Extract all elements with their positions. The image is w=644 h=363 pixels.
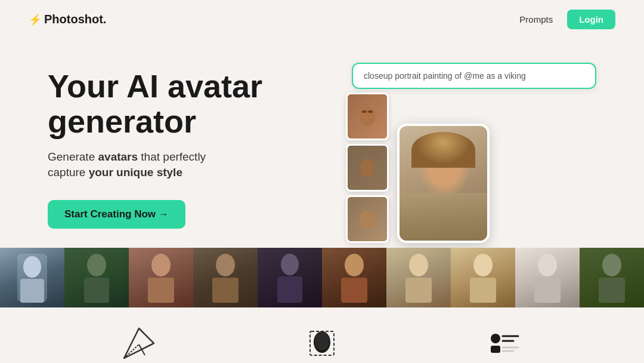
paper-plane-icon <box>115 325 163 361</box>
logo-text: Photoshot. <box>44 13 106 26</box>
hero-left: Your AI avatar generator Generate avatar… <box>48 63 322 229</box>
hero-right: closeup portrait painting of @me as a vi… <box>346 63 596 230</box>
gallery-item-2 <box>64 248 129 307</box>
gallery-item-10 <box>580 248 644 307</box>
bolt-icon: ⚡ <box>29 13 42 26</box>
gallery-item-3 <box>129 248 193 307</box>
prompt-box: closeup portrait painting of @me as a vi… <box>352 63 596 89</box>
photo-thumb-2 <box>346 144 389 192</box>
gallery-item-9 <box>515 248 580 307</box>
bottom-section <box>0 307 644 361</box>
hero-title: Your AI avatar generator <box>48 69 322 140</box>
nav-right: Prompts Login <box>519 10 615 29</box>
bottom-icon-3 <box>481 325 529 361</box>
svg-point-6 <box>315 331 329 350</box>
bottom-icon-2 <box>298 325 346 361</box>
gallery-item-4 <box>193 248 258 307</box>
navbar: ⚡ Photoshot. Prompts Login <box>0 0 644 39</box>
logo: ⚡ Photoshot. <box>29 13 106 26</box>
gallery-item-1 <box>0 248 64 307</box>
avatar-collage <box>346 93 490 243</box>
cta-button[interactable]: Start Creating Now → <box>48 200 185 229</box>
gallery-strip <box>0 248 644 307</box>
person-lines-icon <box>481 325 529 361</box>
svg-rect-10 <box>491 346 500 353</box>
login-button[interactable]: Login <box>567 10 615 29</box>
bottom-icon-1 <box>115 325 163 361</box>
selection-box-icon <box>298 325 346 361</box>
gallery-item-7 <box>386 248 451 307</box>
gallery-item-5 <box>258 248 322 307</box>
prompts-link[interactable]: Prompts <box>519 14 553 24</box>
hero-section: Your AI avatar generator Generate avatar… <box>0 39 644 242</box>
small-photos <box>346 93 389 243</box>
photo-thumb-1 <box>346 93 389 140</box>
gallery-item-6 <box>322 248 386 307</box>
svg-point-7 <box>491 334 500 343</box>
photo-thumb-3 <box>346 195 389 243</box>
main-avatar <box>397 124 490 243</box>
gallery-item-8 <box>451 248 515 307</box>
hero-subtitle: Generate avatars that perfectlycapture y… <box>48 149 322 181</box>
